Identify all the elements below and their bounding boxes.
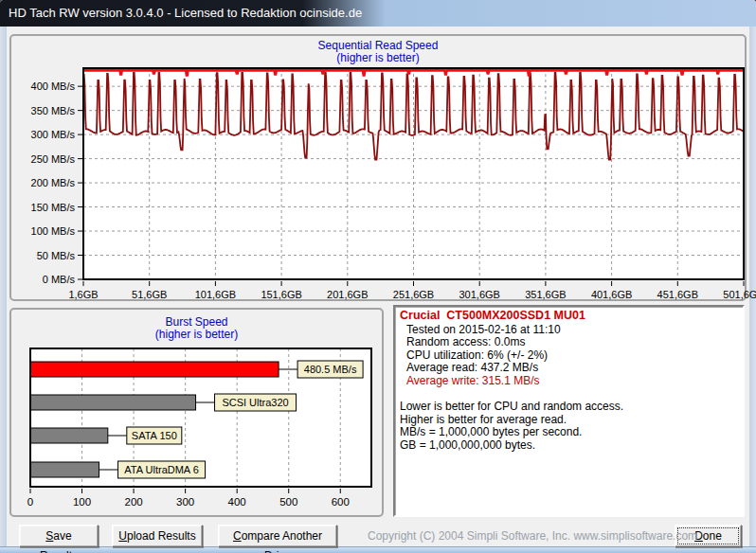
y-tick-label: 0 MB/s bbox=[43, 274, 76, 285]
x-tick-label: 401,6GB bbox=[591, 289, 632, 300]
bar-label: SCSI Ultra320 bbox=[222, 397, 288, 408]
cpu-utilization-line: CPU utilization: 6% (+/- 2%) bbox=[400, 349, 738, 363]
title-bar[interactable]: HD Tach RW version 3.0.4.0 - Licensed to… bbox=[0, 0, 756, 27]
y-tick-label: 50 MB/s bbox=[37, 250, 76, 261]
sequential-chart-group: Sequential Read Speed (higher is better)… bbox=[9, 34, 747, 301]
burst-bar bbox=[30, 428, 108, 443]
window-title: HD Tach RW version 3.0.4.0 - Licensed to… bbox=[9, 6, 362, 20]
x-tick-label: 1,6GB bbox=[68, 289, 98, 300]
bar-label: ATA UltraDMA 6 bbox=[124, 464, 198, 475]
app-window: HD Tach RW version 3.0.4.0 - Licensed to… bbox=[0, 0, 756, 553]
window-frame-left bbox=[0, 27, 7, 546]
burst-bar bbox=[30, 362, 279, 377]
x-tick-label: 0 bbox=[27, 496, 33, 508]
y-tick-label: 250 MB/s bbox=[31, 153, 76, 165]
random-access-line: Random access: 0.0ms bbox=[400, 336, 738, 349]
x-tick-label: 400 bbox=[228, 496, 246, 508]
x-tick-label: 100 bbox=[73, 496, 91, 508]
bar-label: SATA 150 bbox=[132, 430, 177, 441]
x-tick-label: 501,6GB bbox=[723, 289, 756, 300]
y-tick-label: 400 MB/s bbox=[31, 80, 76, 92]
tested-on-line: Tested on 2015-02-16 at 11:10 bbox=[400, 324, 738, 337]
x-tick-label: 200 bbox=[124, 496, 142, 508]
x-tick-label: 600 bbox=[332, 496, 350, 508]
window-frame-right bbox=[749, 27, 756, 546]
note-line: MB/s = 1,000,000 bytes per second. bbox=[400, 426, 738, 439]
average-write-line: Average write: 315.1 MB/s bbox=[400, 375, 738, 388]
x-tick-label: 101,6GB bbox=[195, 289, 236, 300]
x-tick-label: 151,6GB bbox=[261, 289, 301, 300]
drive-name: Crucial CT500MX200SSD1 MU01 bbox=[400, 310, 738, 323]
average-read-line: Average read: 437.2 MB/s bbox=[400, 362, 738, 375]
y-tick-label: 300 MB/s bbox=[31, 129, 76, 140]
burst-bar bbox=[30, 462, 99, 477]
burst-chart-group: Burst Speed (higher is better) 480.5 MB/… bbox=[9, 308, 384, 517]
note-line: GB = 1,000,000,000 bytes. bbox=[400, 439, 738, 453]
x-tick-label: 251,6GB bbox=[393, 289, 434, 300]
y-tick-label: 200 MB/s bbox=[31, 177, 76, 188]
y-tick-label: 350 MB/s bbox=[31, 105, 76, 116]
burst-bar bbox=[30, 395, 196, 410]
x-tick-label: 301,6GB bbox=[459, 289, 499, 300]
y-tick-label: 150 MB/s bbox=[31, 202, 76, 213]
y-tick-label: 100 MB/s bbox=[31, 225, 76, 237]
note-line: Higher is better for average read. bbox=[400, 414, 738, 427]
drive-info-panel: Crucial CT500MX200SSD1 MU01 Tested on 20… bbox=[393, 305, 745, 517]
save-results-button[interactable]: Save Results bbox=[19, 525, 99, 547]
plot-background bbox=[83, 68, 744, 279]
x-tick-label: 300 bbox=[176, 496, 194, 508]
compare-another-drive-button[interactable]: Compare Another Drive bbox=[218, 525, 337, 547]
copyright-text: Copyright (C) 2004 Simpli Software, Inc.… bbox=[368, 529, 697, 543]
upload-results-button[interactable]: Upload Results bbox=[112, 525, 203, 547]
bar-label: 480.5 MB/s bbox=[304, 364, 357, 375]
x-tick-label: 451,6GB bbox=[657, 289, 698, 300]
x-tick-label: 351,6GB bbox=[525, 289, 566, 300]
burst-chart-svg: 480.5 MB/sSCSI Ultra320SATA 150ATA Ultra… bbox=[11, 310, 382, 515]
sequential-chart-svg: 0 MB/s50 MB/s100 MB/s150 MB/s200 MB/s250… bbox=[11, 36, 745, 298]
x-tick-label: 201,6GB bbox=[327, 289, 368, 300]
x-tick-label: 500 bbox=[279, 496, 297, 508]
note-line: Lower is better for CPU and random acces… bbox=[400, 401, 738, 414]
window-frame-bottom bbox=[0, 546, 756, 553]
x-tick-label: 51,6GB bbox=[132, 289, 167, 300]
